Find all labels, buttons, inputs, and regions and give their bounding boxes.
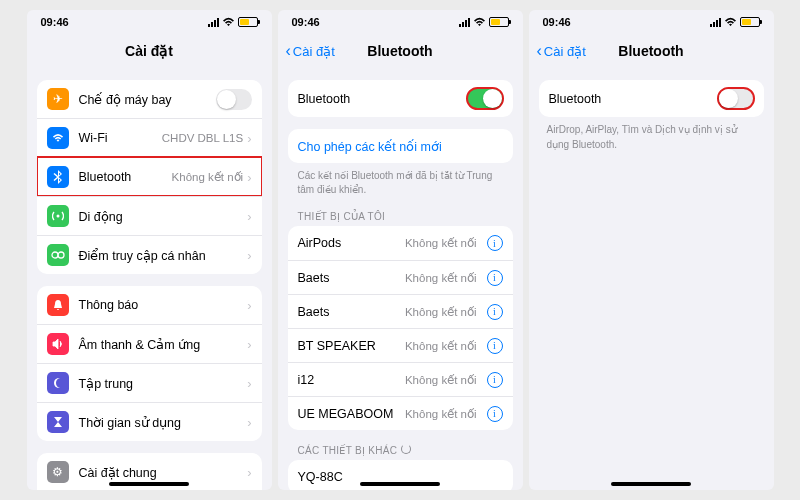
svg-point-1 [52,252,58,258]
status-bar: 09:46 [27,10,272,34]
moon-icon [47,372,69,394]
info-icon[interactable]: i [487,270,503,286]
device-status: Không kết nối [405,407,477,421]
device-name: UE MEGABOOM [298,407,405,421]
cell-signal-icon [710,18,721,27]
status-time: 09:46 [543,16,571,28]
group-connectivity: ✈ Chế độ máy bay Wi-Fi CHDV DBL L1S › Bl… [37,80,262,274]
phone-settings-main: 09:46 Cài đặt ✈ Chế độ máy bay Wi-Fi CHD… [27,10,272,490]
page-title: Bluetooth [618,43,683,59]
cellular-label: Di động [79,209,248,224]
chevron-left-icon: ‹ [286,43,291,59]
nav-bar: Cài đặt [27,34,272,68]
device-name: BT SPEAKER [298,339,405,353]
row-device[interactable]: i12Không kết nốii [288,362,513,396]
cell-signal-icon [459,18,470,27]
hotspot-icon [47,244,69,266]
status-indicators [459,17,509,27]
battery-icon [489,17,509,27]
row-device[interactable]: BT SPEAKERKhông kết nốii [288,328,513,362]
notif-label: Thông báo [79,298,248,312]
allow-new-footer: Các kết nối Bluetooth mới đã bị tắt từ T… [278,163,523,197]
row-cellular[interactable]: Di động › [37,196,262,235]
bt-toggle-label: Bluetooth [298,92,467,106]
row-device[interactable]: UE MEGABOOMKhông kết nốii [288,396,513,430]
back-label: Cài đặt [544,44,586,59]
chevron-right-icon: › [247,415,251,430]
svg-point-0 [56,215,59,218]
row-wifi[interactable]: Wi-Fi CHDV DBL L1S › [37,118,262,157]
row-bt-toggle: Bluetooth [539,80,764,117]
wifi-label: Wi-Fi [79,131,162,145]
spinner-icon [401,444,411,454]
other-devices-header: CÁC THIẾT BỊ KHÁC [278,430,523,460]
status-indicators [208,17,258,27]
gear-icon: ⚙ [47,461,69,483]
speaker-icon [47,333,69,355]
wifi-settings-icon [47,127,69,149]
allow-new-label: Cho phép các kết nối mới [298,139,503,154]
cell-signal-icon [208,18,219,27]
chevron-right-icon: › [247,298,251,313]
info-icon[interactable]: i [487,338,503,354]
svg-point-2 [58,252,64,258]
row-hotspot[interactable]: Điểm truy cập cá nhân › [37,235,262,274]
back-button[interactable]: ‹Cài đặt [537,43,586,59]
bluetooth-detail: Không kết nối [172,170,244,184]
row-airplane[interactable]: ✈ Chế độ máy bay [37,80,262,118]
cellular-icon [47,205,69,227]
info-icon[interactable]: i [487,235,503,251]
my-devices-list: AirPodsKhông kết nốiiBaetsKhông kết nốii… [288,226,513,430]
airplane-icon: ✈ [47,88,69,110]
bluetooth-content[interactable]: Bluetooth Cho phép các kết nối mới Các k… [278,68,523,490]
bt-toggle-group: Bluetooth [539,80,764,117]
settings-content[interactable]: ✈ Chế độ máy bay Wi-Fi CHDV DBL L1S › Bl… [27,68,272,490]
wifi-detail: CHDV DBL L1S [162,132,243,144]
info-icon[interactable]: i [487,372,503,388]
device-status: Không kết nối [405,339,477,353]
row-device[interactable]: BaetsKhông kết nốii [288,294,513,328]
row-device[interactable]: AirPodsKhông kết nốii [288,226,513,260]
battery-icon [740,17,760,27]
wifi-icon [724,17,737,27]
phone-bluetooth-on: 09:46 ‹Cài đặt Bluetooth Bluetooth Cho p… [278,10,523,490]
device-status: Không kết nối [405,236,477,250]
row-bt-toggle: Bluetooth [288,80,513,117]
bluetooth-toggle[interactable] [467,88,503,109]
row-screentime[interactable]: Thời gian sử dụng › [37,402,262,441]
bluetooth-off-content[interactable]: Bluetooth AirDrop, AirPlay, Tìm và Dịch … [529,68,774,490]
row-sounds[interactable]: Âm thanh & Cảm ứng › [37,324,262,363]
device-name: i12 [298,373,405,387]
wifi-icon [222,17,235,27]
status-bar: 09:46 [278,10,523,34]
focus-label: Tập trung [79,376,248,391]
status-time: 09:46 [41,16,69,28]
home-indicator[interactable] [611,482,691,486]
hotspot-label: Điểm truy cập cá nhân [79,248,248,263]
info-icon[interactable]: i [487,406,503,422]
allow-new-group: Cho phép các kết nối mới [288,129,513,163]
chevron-right-icon: › [247,209,251,224]
bt-toggle-group: Bluetooth [288,80,513,117]
back-button[interactable]: ‹Cài đặt [286,43,335,59]
chevron-right-icon: › [247,170,251,185]
my-devices-header: THIẾT BỊ CỦA TÔI [278,197,523,226]
chevron-right-icon: › [247,131,251,146]
row-focus[interactable]: Tập trung › [37,363,262,402]
sound-label: Âm thanh & Cảm ứng [79,337,248,352]
phone-bluetooth-off: 09:46 ‹Cài đặt Bluetooth Bluetooth AirDr… [529,10,774,490]
info-icon[interactable]: i [487,304,503,320]
home-indicator[interactable] [109,482,189,486]
row-bluetooth[interactable]: Bluetooth Không kết nối › [37,157,262,196]
chevron-right-icon: › [247,248,251,263]
device-status: Không kết nối [405,305,477,319]
row-allow-new[interactable]: Cho phép các kết nối mới [288,129,513,163]
bluetooth-toggle[interactable] [718,88,754,109]
row-notifications[interactable]: Thông báo › [37,286,262,324]
status-bar: 09:46 [529,10,774,34]
home-indicator[interactable] [360,482,440,486]
bluetooth-icon [47,166,69,188]
nav-bar: ‹Cài đặt Bluetooth [278,34,523,68]
airplane-toggle[interactable] [216,89,252,110]
row-device[interactable]: BaetsKhông kết nốii [288,260,513,294]
